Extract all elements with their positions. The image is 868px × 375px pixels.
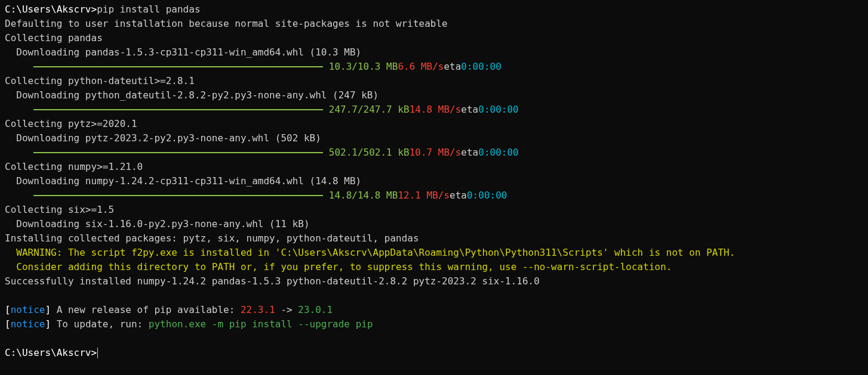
collecting-line: Collecting python-dateutil>=2.8.1 xyxy=(5,74,863,88)
command-text: pip install pandas xyxy=(97,4,200,15)
command-line: C:\Users\Akscrv>pip install pandas xyxy=(5,2,863,17)
progress-speed: 12.1 MB/s xyxy=(398,188,450,203)
notice-text: To update, run: xyxy=(51,318,149,330)
downloading-line: Downloading numpy-1.24.2-cp311-cp311-win… xyxy=(5,174,863,188)
prompt: C:\Users\Akscrv> xyxy=(5,4,97,15)
terminal-output[interactable]: C:\Users\Akscrv>pip install pandas Defau… xyxy=(5,2,863,360)
arrow: -> xyxy=(275,304,298,315)
installing-line: Installing collected packages: pytz, six… xyxy=(5,231,863,246)
progress-line: 10.3/10.3 MB 6.6 MB/s eta 0:00:00 xyxy=(5,60,863,74)
bracket: ] xyxy=(45,304,51,315)
eta-label: eta xyxy=(444,60,461,74)
eta-value: 0:00:00 xyxy=(467,188,507,203)
downloading-line: Downloading pytz-2023.2-py2.py3-none-any… xyxy=(5,131,863,145)
update-command: python.exe -m pip install --upgrade pip xyxy=(149,318,373,330)
collecting-line: Collecting six>=1.5 xyxy=(5,203,863,217)
progress-speed: 14.8 MB/s xyxy=(410,103,461,117)
bracket: [ xyxy=(5,304,11,315)
eta-label: eta xyxy=(461,103,478,117)
new-version: 23.0.1 xyxy=(298,304,333,315)
progress-size: 10.3/10.3 MB xyxy=(329,60,398,74)
blank-line xyxy=(5,289,863,303)
collecting-line: Collecting numpy>=1.21.0 xyxy=(5,160,863,174)
bracket: ] xyxy=(45,318,51,330)
progress-line: 502.1/502.1 kB 10.7 MB/s eta 0:00:00 xyxy=(5,145,863,160)
progress-size: 14.8/14.8 MB xyxy=(329,188,398,203)
downloading-line: Downloading six-1.16.0-py2.py3-none-any.… xyxy=(5,217,863,231)
success-line: Successfully installed numpy-1.24.2 pand… xyxy=(5,274,863,289)
progress-line: 247.7/247.7 kB 14.8 MB/s eta 0:00:00 xyxy=(5,103,863,117)
progress-bar xyxy=(33,109,323,110)
progress-size: 247.7/247.7 kB xyxy=(329,103,410,117)
blank-line xyxy=(5,331,863,346)
notice-line: [notice] To update, run: python.exe -m p… xyxy=(5,317,863,331)
progress-line: 14.8/14.8 MB 12.1 MB/s eta 0:00:00 xyxy=(5,188,863,203)
notice-label: notice xyxy=(11,318,45,330)
eta-label: eta xyxy=(450,188,467,203)
output-line: Defaulting to user installation because … xyxy=(5,17,863,31)
progress-bar xyxy=(33,152,323,153)
cursor-icon xyxy=(97,348,98,358)
collecting-line: Collecting pytz>=2020.1 xyxy=(5,117,863,131)
prompt-line[interactable]: C:\Users\Akscrv> xyxy=(5,346,863,360)
progress-bar xyxy=(33,195,323,196)
notice-line: [notice] A new release of pip available:… xyxy=(5,303,863,317)
warning-line: Consider adding this directory to PATH o… xyxy=(5,260,863,274)
progress-size: 502.1/502.1 kB xyxy=(329,145,410,160)
eta-value: 0:00:00 xyxy=(478,103,518,117)
downloading-line: Downloading pandas-1.5.3-cp311-cp311-win… xyxy=(5,45,863,60)
eta-value: 0:00:00 xyxy=(461,60,501,74)
notice-text: A new release of pip available: xyxy=(51,304,241,315)
eta-label: eta xyxy=(461,145,478,160)
old-version: 22.3.1 xyxy=(241,304,275,315)
downloading-line: Downloading python_dateutil-2.8.2-py2.py… xyxy=(5,88,863,103)
progress-speed: 10.7 MB/s xyxy=(410,145,461,160)
prompt: C:\Users\Akscrv> xyxy=(5,347,97,358)
collecting-line: Collecting pandas xyxy=(5,31,863,45)
warning-line: WARNING: The script f2py.exe is installe… xyxy=(5,246,863,260)
notice-label: notice xyxy=(11,304,45,315)
progress-speed: 6.6 MB/s xyxy=(398,60,444,74)
bracket: [ xyxy=(5,318,11,330)
progress-bar xyxy=(33,66,323,67)
eta-value: 0:00:00 xyxy=(478,145,518,160)
